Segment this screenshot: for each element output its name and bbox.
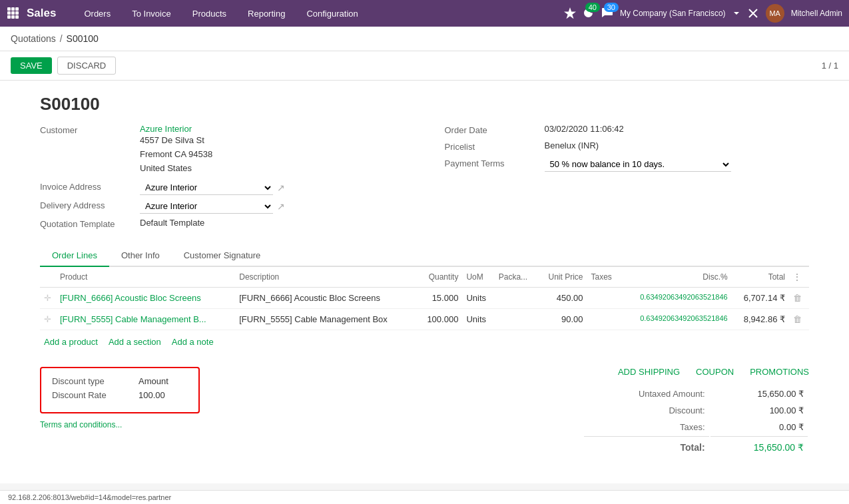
add-section-link[interactable]: Add a section [109, 337, 161, 347]
moon-badge: 40 [585, 3, 600, 12]
description-row2: [FURN_5555] Cable Management Box [235, 309, 417, 330]
main-menu: Orders To Invoice Products Reporting Con… [76, 0, 366, 27]
delivery-address-external-link-icon[interactable]: ↗ [277, 201, 285, 212]
breadcrumb-separator: / [60, 33, 63, 44]
star-icon-btn[interactable] [564, 7, 576, 21]
untaxed-label: Untaxed Amount: [584, 386, 709, 401]
invoice-address-select[interactable]: Azure Interior [140, 180, 273, 195]
svg-rect-1 [11, 7, 15, 11]
add-note-link[interactable]: Add a note [172, 337, 214, 347]
add-row-section: Add a product Add a section Add a note [40, 330, 809, 354]
summary-table: Untaxed Amount: 15,650.00 ₹ Discount: 10… [583, 385, 809, 457]
svg-rect-6 [7, 15, 11, 19]
disc-row2[interactable]: 0.63492063492063521846 [621, 309, 732, 330]
delete-row2-icon[interactable]: 🗑 [793, 314, 802, 324]
total-label: Total: [584, 436, 709, 455]
main-content: S00100 Customer Azure Interior 4557 De S… [0, 81, 849, 483]
menu-reporting[interactable]: Reporting [240, 0, 293, 27]
discount-label: Discount: [584, 403, 709, 418]
svg-rect-0 [7, 7, 11, 11]
user-name: Mitchell Admin [791, 9, 842, 18]
delete-row1-icon[interactable]: 🗑 [793, 293, 802, 303]
discount-rate-value: 100.00 [139, 390, 165, 400]
close-icon[interactable] [747, 7, 759, 19]
order-date-value: 03/02/2020 11:06:42 [545, 124, 624, 134]
col-taxes: Taxes [587, 267, 620, 288]
breadcrumb-current: S00100 [67, 33, 99, 44]
uom-row1: Units [462, 288, 494, 309]
invoice-address-label: Invoice Address [40, 180, 133, 192]
summary-row-total: Total: 15,650.00 ₹ [584, 436, 808, 455]
discount-value: 100.00 ₹ [710, 403, 808, 418]
topnav-right: 40 30 My Company (San Francisco) MA Mitc… [564, 4, 842, 23]
grid-icon[interactable] [7, 7, 19, 21]
package-row1 [495, 288, 537, 309]
company-dropdown-icon[interactable] [732, 9, 740, 17]
discount-box: Discount type Amount Discount Rate 100.0… [40, 367, 200, 413]
product-name-row2[interactable]: [FURN_5555] Cable Management B... [56, 309, 235, 330]
user-avatar[interactable]: MA [766, 4, 784, 23]
tab-other-info[interactable]: Other Info [109, 245, 172, 267]
invoice-address-external-link-icon[interactable]: ↗ [277, 182, 285, 193]
disc-row1[interactable]: 0.63492063492063521846 [621, 288, 732, 309]
taxes-row2 [587, 309, 620, 330]
delivery-address-select[interactable]: Azure Interior [140, 199, 273, 214]
company-selector[interactable]: My Company (San Francisco) [620, 9, 726, 18]
customer-label: Customer [40, 124, 133, 135]
drag-handle[interactable]: ✛ [44, 293, 51, 303]
summary-row-discount: Discount: 100.00 ₹ [584, 403, 808, 418]
uom-row2: Units [462, 309, 494, 330]
menu-products[interactable]: Products [184, 0, 234, 27]
terms-link[interactable]: Terms and conditions... [40, 420, 200, 429]
moon-icon-btn[interactable]: 40 [583, 7, 595, 21]
chat-icon-btn[interactable]: 30 [601, 7, 613, 21]
customer-address3: United States [140, 162, 212, 176]
order-date-label: Order Date [445, 124, 538, 135]
svg-rect-2 [15, 7, 19, 11]
add-shipping-link[interactable]: ADD SHIPPING [618, 367, 680, 377]
unit-price-row2[interactable]: 90.00 [537, 309, 587, 330]
column-settings-icon[interactable]: ⋮ [793, 272, 801, 282]
taxes-label: Taxes: [584, 419, 709, 435]
breadcrumb: Quotations / S00100 [0, 27, 849, 51]
col-unit-price: Unit Price [537, 267, 587, 288]
quantity-row1[interactable]: 15.000 [417, 288, 463, 309]
discard-button[interactable]: DISCARD [57, 57, 117, 75]
product-name-row1[interactable]: [FURN_6666] Acoustic Bloc Screens [56, 288, 235, 309]
quotation-template-value: Default Template [140, 218, 204, 228]
unit-price-row1[interactable]: 450.00 [537, 288, 587, 309]
tab-order-lines[interactable]: Order Lines [40, 245, 109, 267]
discount-type-value: Amount [139, 376, 168, 386]
taxes-row1 [587, 288, 620, 309]
summary-row-taxes: Taxes: 0.00 ₹ [584, 419, 808, 435]
quantity-row2[interactable]: 100.000 [417, 309, 463, 330]
customer-address2: Fremont CA 94538 [140, 148, 212, 162]
table-row: ✛ [FURN_6666] Acoustic Bloc Screens [FUR… [40, 288, 809, 309]
total-value: 15,650.00 ₹ [710, 436, 808, 455]
promotions-link[interactable]: PROMOTIONS [750, 367, 809, 377]
menu-to-invoice[interactable]: To Invoice [124, 0, 179, 27]
menu-orders[interactable]: Orders [76, 0, 119, 27]
table-row: ✛ [FURN_5555] Cable Management B... [FUR… [40, 309, 809, 330]
menu-configuration[interactable]: Configuration [298, 0, 366, 27]
total-row2: 8,942.86 ₹ [732, 309, 789, 330]
col-product: Product [56, 267, 235, 288]
action-bar: SAVE DISCARD 1 / 1 [0, 51, 849, 81]
tab-customer-signature[interactable]: Customer Signature [172, 245, 273, 267]
breadcrumb-parent[interactable]: Quotations [11, 33, 56, 44]
col-package: Packa... [495, 267, 537, 288]
document-title: S00100 [40, 81, 809, 124]
drag-handle[interactable]: ✛ [44, 314, 51, 324]
add-product-link[interactable]: Add a product [44, 337, 98, 347]
quotation-template-label: Quotation Template [40, 218, 133, 229]
payment-terms-select[interactable]: 50 % now balance in 10 days. [545, 157, 731, 172]
discount-rate-label: Discount Rate [52, 390, 125, 400]
customer-name[interactable]: Azure Interior [140, 124, 212, 134]
save-button[interactable]: SAVE [11, 57, 52, 74]
app-name: Sales [27, 7, 56, 20]
col-uom: UoM [462, 267, 494, 288]
svg-rect-4 [11, 11, 15, 15]
svg-rect-8 [15, 15, 19, 19]
top-navigation: Sales Orders To Invoice Products Reporti… [0, 0, 849, 27]
coupon-link[interactable]: COUPON [696, 367, 734, 377]
